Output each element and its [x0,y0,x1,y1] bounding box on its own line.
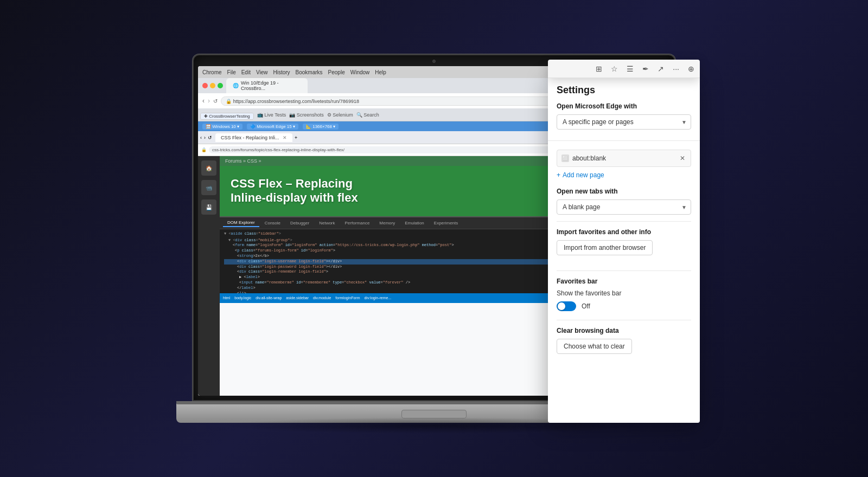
clear-browsing-data-title: Clear browsing data [557,327,691,334]
favorites-bar-toggle[interactable] [557,301,576,311]
fullscreen-window-button[interactable] [218,83,223,88]
divider-3 [557,320,691,320]
chrome-tab-title: Win 10/Edge 19 - CrossBro... [241,80,301,91]
remove-page-button[interactable]: ✕ [679,153,686,163]
more-actions-icon[interactable]: ··· [673,65,679,73]
devtools-tab-emulation[interactable]: Emulation [400,220,429,227]
breadcrumb-html[interactable]: html [223,296,230,300]
close-window-button[interactable] [202,83,208,88]
favorites-bar-section-title: Favorites bar [557,278,691,285]
devtools-tab-debugger[interactable]: Debugger [286,220,314,227]
settings-body[interactable]: ⬜ about:blank ✕ + Add new page Open new … [548,141,700,423]
settings-header: Settings Open Microsoft Edge with A spec… [548,76,700,141]
hub-menu-icon[interactable]: ☰ [627,65,634,73]
divider-1 [557,221,691,222]
inner-browser-tab[interactable]: CSS Flex - Replacing Inli... ✕ [215,133,292,142]
mac-menu-chrome[interactable]: Chrome [202,69,222,75]
mac-menu-window[interactable]: Window [350,69,370,75]
mac-menu-view[interactable]: View [256,69,268,75]
inking-icon[interactable]: ✒ [642,65,649,73]
edge-browser-toolbar: ⊞ ☆ ☰ ✒ ↗ ··· ⊕ [548,60,700,78]
page-favicon: ⬜ [561,154,569,162]
nav-home-icon[interactable]: 🏠 [201,160,216,176]
settings-title: Settings [557,85,691,96]
open-with-label: Open Microsoft Edge with [557,102,691,110]
add-new-page-label: Add new page [563,171,604,179]
breadcrumb-form[interactable]: formloginForm [335,296,360,300]
search-bookmark[interactable]: 🔍 Search [356,112,379,118]
toggle-state-label: Off [582,302,590,310]
resolution-badge[interactable]: 📐 1366×768 ▾ [303,124,339,130]
new-tab-button[interactable]: + [295,135,297,140]
choose-what-to-clear-button[interactable]: Choose what to clear [557,339,632,354]
forward-button[interactable]: › [208,97,210,105]
edge-settings-panel: Settings Open Microsoft Edge with A spec… [548,76,700,423]
breadcrumb-aside[interactable]: aside.sidebar [286,296,309,300]
website-sidebar-nav: 🏠 📹 💾 [198,156,220,396]
devtools-tab-network[interactable]: Network [315,220,339,227]
import-from-browser-button[interactable]: Import from another browser [557,240,653,255]
mac-menu-bookmarks[interactable]: Bookmarks [296,69,323,75]
mac-menu-bar: Chrome File Edit View History Bookmarks … [202,69,386,75]
chrome-tab[interactable]: 🌐 Win 10/Edge 19 - CrossBro... [226,78,308,93]
favorites-icon[interactable]: ☆ [611,65,618,73]
share-icon[interactable]: ↗ [658,65,664,73]
dom-explorer-panel[interactable]: ▼ <aside class="sidebar"> ▼ <div class="… [220,229,572,293]
about-blank-text: about:blank [572,154,675,162]
divider-2 [557,270,691,271]
open-tabs-dropdown-arrow: ▼ [681,204,687,210]
open-with-dropdown-arrow: ▼ [681,119,687,125]
laptop-container: Chrome File Edit View History Bookmarks … [136,16,732,461]
inner-nav-back[interactable]: ‹ [200,135,202,140]
add-icon: + [557,171,560,179]
mac-menu-help[interactable]: Help [375,69,386,75]
show-favorites-label: Show the favorites bar [557,289,691,297]
open-with-dropdown-wrapper: A specific page or pages ▼ [557,114,691,130]
live-tests-bookmark[interactable]: 📺 Live Tests [257,112,286,118]
breadcrumb-body[interactable]: body.logic [234,296,251,300]
traffic-lights [202,83,223,88]
open-tabs-dropdown-wrapper: A blank page ▼ [557,199,691,215]
mac-menu-file[interactable]: File [227,69,236,75]
inner-nav-forward[interactable]: › [204,135,206,140]
os-badge[interactable]: 🪟 Windows 10 ▾ [202,124,242,130]
open-with-dropdown[interactable]: A specific page or pages [557,114,691,130]
camera-dot [432,60,436,63]
inner-reload[interactable]: ↺ [208,135,212,140]
devtools-tab-experiments[interactable]: Experiments [430,220,462,227]
minimize-window-button[interactable] [210,83,215,88]
open-tabs-label: Open new tabs with [557,188,691,195]
devtools-tab-memory[interactable]: Memory [375,220,399,227]
breadcrumb-div-login[interactable]: div:login-reme... [364,296,391,300]
inner-lock-icon: 🔒 [201,147,207,152]
selenium-bookmark[interactable]: ⚙ Selenium [327,112,353,118]
mac-menu-edit[interactable]: Edit [241,69,251,75]
toggle-knob [558,302,565,310]
nav-storage-icon[interactable]: 💾 [201,199,216,215]
reload-button[interactable]: ↺ [213,98,218,104]
screenshots-bookmark[interactable]: 📷 Screenshots [289,112,324,118]
add-new-page-link[interactable]: + Add new page [557,171,691,179]
import-section-title: Import favorites and other info [557,228,691,236]
favorites-bar-toggle-row: Off [557,301,691,311]
breadcrumb-div-all[interactable]: div.all-site-wrap [256,296,282,300]
sidebar-panel-icon[interactable]: ⊞ [596,65,602,73]
about-blank-item: ⬜ about:blank ✕ [557,150,691,167]
devtools-tab-dom-explorer[interactable]: DOM Explorer [223,219,259,227]
customize-icon[interactable]: ⊕ [688,65,694,73]
mac-menu-history[interactable]: History [273,69,290,75]
browser-badge[interactable]: 🔷 Microsoft Edge 15 ▾ [247,124,298,130]
crossbrowsertesting-bookmark[interactable]: ✚ CrossBrowserTesting [200,110,254,120]
devtools-tab-console[interactable]: Console [260,220,285,227]
back-button[interactable]: ‹ [202,97,205,105]
mac-menu-people[interactable]: People [328,69,345,75]
open-tabs-dropdown[interactable]: A blank page [557,199,691,215]
breadcrumb-div-module[interactable]: div.module [313,296,331,300]
devtools-tab-performance[interactable]: Performance [341,220,374,227]
nav-video-icon[interactable]: 📹 [201,180,216,195]
